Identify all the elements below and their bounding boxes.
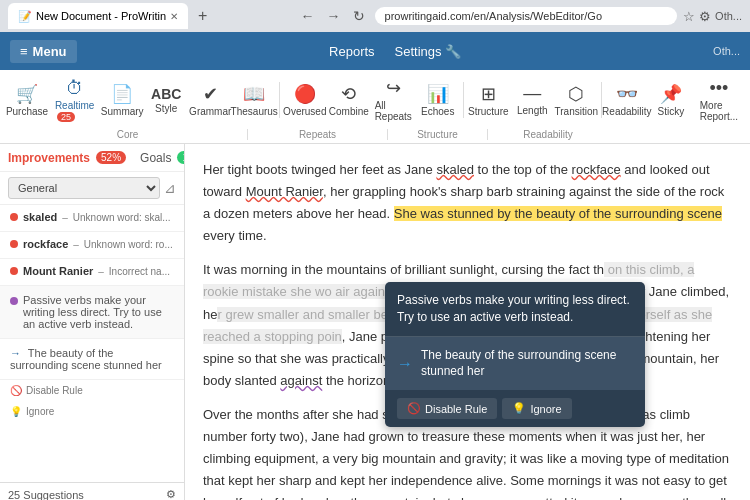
summary-icon: 📄	[111, 83, 133, 105]
morereports-icon: •••	[709, 78, 728, 99]
toolbar: 🛒 Purchase ⏱ Realtime 25 📄 Summary ABC S…	[0, 70, 750, 144]
browser-tab[interactable]: 📝 New Document - ProWritingAi... ✕	[8, 3, 188, 29]
word-mount-ranier[interactable]: Mount Ranier	[246, 184, 323, 199]
suggestions-count: 25 Suggestions	[8, 489, 84, 501]
toolbar-purchase[interactable]: 🛒 Purchase	[6, 80, 48, 120]
word-against[interactable]: against	[280, 373, 322, 388]
toolbar-grammar[interactable]: ✔ Grammar	[189, 80, 231, 120]
structure-label: Structure	[468, 106, 509, 117]
extensions-icon[interactable]: ⚙	[699, 9, 711, 24]
suggestion-text: The beauty of the surrounding scene stun…	[10, 347, 162, 371]
menu-button[interactable]: ≡ Menu	[10, 40, 77, 63]
toolbar-echoes[interactable]: 📊 Echoes	[417, 80, 459, 120]
transition-label: Transition	[555, 106, 599, 117]
sidebar-disable-rule[interactable]: 🚫 Disable Rule	[0, 380, 184, 401]
sidebar-header: Improvements 52% Goals 100% ⊟	[0, 144, 184, 172]
error-dot-mount-ranier	[10, 267, 18, 275]
group-structure: Structure	[388, 129, 488, 140]
length-icon: —	[523, 83, 541, 104]
item-desc-skaled: Unknown word: skal...	[73, 212, 171, 223]
toolbar-main: 🛒 Purchase ⏱ Realtime 25 📄 Summary ABC S…	[0, 70, 750, 129]
back-button[interactable]: ←	[297, 6, 319, 26]
purchase-icon: 🛒	[16, 83, 38, 105]
footer-settings-icon[interactable]: ⚙	[166, 488, 176, 500]
sidebar-item-skaled[interactable]: skaled – Unknown word: skal...	[0, 205, 184, 232]
ignore-icon: 💡	[10, 406, 22, 417]
menu-label: Menu	[33, 44, 67, 59]
reports-link[interactable]: Reports	[329, 44, 375, 59]
refresh-button[interactable]: ↻	[349, 6, 369, 26]
toolbar-divider-2	[463, 82, 464, 118]
sidebar-suggestion-detail: → The beauty of the surrounding scene st…	[0, 339, 184, 380]
grammar-icon: ✔	[203, 83, 218, 105]
readability-label: Readability	[602, 106, 651, 117]
sticky-label: Sticky	[657, 106, 684, 117]
toolbar-divider-1	[279, 82, 280, 118]
toolbar-structure[interactable]: ⊞ Structure	[467, 80, 509, 120]
tab-close-icon[interactable]: ✕	[170, 11, 178, 22]
address-bar[interactable]: prowritingaid.com/en/Analysis/WebEditor/…	[375, 7, 678, 25]
bookmark-icon[interactable]: ☆	[683, 9, 695, 24]
toolbar-allrepeats[interactable]: ↪ All Repeats	[372, 74, 415, 125]
improvements-tab[interactable]: Improvements	[8, 151, 90, 165]
editor-area[interactable]: Her tight boots twinged her feet as Jane…	[185, 144, 750, 500]
item-word-mount-ranier: Mount Ranier	[23, 265, 93, 277]
toolbar-readability[interactable]: 👓 Readability	[606, 80, 648, 120]
morereports-label: More Report...	[700, 100, 738, 122]
browser-icons: ☆ ⚙ Oth...	[683, 9, 742, 24]
tooltip-suggestion: → The beauty of the surrounding scene st…	[385, 337, 645, 391]
group-repeats: Repeats	[248, 129, 388, 140]
tooltip-actions: 🚫 Disable Rule 💡 Ignore	[385, 390, 645, 427]
sidebar-item-mount-ranier[interactable]: Mount Ranier – Incorrect na...	[0, 259, 184, 286]
grammar-label: Grammar	[189, 106, 231, 117]
settings-link[interactable]: Settings 🔧	[395, 44, 461, 59]
settings-label: Settings	[395, 44, 442, 59]
sidebar-item-rockface[interactable]: rockface – Unknown word: ro...	[0, 232, 184, 259]
passive-highlight[interactable]: She was stunned by the beauty of the sur…	[394, 206, 722, 221]
settings-icon: 🔧	[445, 44, 461, 59]
toolbar-overused[interactable]: 🔴 Overused	[284, 80, 326, 120]
app-header: ≡ Menu Reports Settings 🔧 Oth...	[0, 32, 750, 70]
item-word-skaled: skaled	[23, 211, 57, 223]
tooltip-disable-icon: 🚫	[407, 402, 421, 415]
toolbar-thesaurus[interactable]: 📖 Thesaurus	[233, 80, 275, 120]
toolbar-style[interactable]: ABC Style	[145, 83, 187, 117]
toolbar-realtime[interactable]: ⏱ Realtime 25	[50, 75, 99, 125]
combine-label: Combine	[329, 106, 369, 117]
new-tab-button[interactable]: +	[192, 5, 213, 27]
toolbar-summary[interactable]: 📄 Summary	[101, 80, 143, 120]
nav-buttons: ← → ↻	[297, 6, 369, 26]
main-area: Improvements 52% Goals 100% ⊟ General ⊿ …	[0, 144, 750, 500]
tooltip-popup: Passive verbs make your writing less dir…	[385, 282, 645, 427]
tooltip-ignore-button[interactable]: 💡 Ignore	[502, 398, 571, 419]
tooltip-disable-rule-button[interactable]: 🚫 Disable Rule	[397, 398, 497, 419]
thesaurus-label: Thesaurus	[231, 106, 278, 117]
forward-button[interactable]: →	[323, 6, 345, 26]
suggestion-arrow: →	[10, 347, 21, 359]
allrepeats-icon: ↪	[386, 77, 401, 99]
word-rockface[interactable]: rockface	[572, 162, 621, 177]
improvements-pct: 52%	[96, 151, 126, 164]
toolbar-sticky[interactable]: 📌 Sticky	[650, 80, 692, 120]
toolbar-length[interactable]: — Length	[511, 80, 553, 119]
realtime-badge: 25	[57, 112, 75, 122]
toolbar-groups: Core Repeats Structure Readability	[0, 129, 750, 143]
toolbar-transition[interactable]: ⬡ Transition	[555, 80, 597, 120]
category-select[interactable]: General	[8, 177, 160, 199]
toolbar-combine[interactable]: ⟲ Combine	[328, 80, 370, 120]
disable-rule-label: Disable Rule	[26, 385, 83, 396]
word-skaled[interactable]: skaled	[436, 162, 474, 177]
realtime-label: Realtime 25	[55, 100, 94, 122]
sidebar: Improvements 52% Goals 100% ⊟ General ⊿ …	[0, 144, 185, 500]
sidebar-ignore[interactable]: 💡 Ignore	[0, 401, 184, 422]
ignore-label: Ignore	[26, 406, 54, 417]
tab-area: 📝 New Document - ProWritingAi... ✕ +	[8, 3, 291, 29]
group-readability: Readability	[488, 129, 608, 140]
toolbar-morereports[interactable]: ••• More Report...	[694, 75, 744, 125]
browser-other-icons: Oth...	[715, 10, 742, 22]
goals-tab[interactable]: Goals	[140, 151, 171, 165]
goals-pct: 100%	[177, 151, 185, 164]
overused-icon: 🔴	[294, 83, 316, 105]
filter-funnel-icon[interactable]: ⊿	[164, 180, 176, 196]
structure-icon: ⊞	[481, 83, 496, 105]
